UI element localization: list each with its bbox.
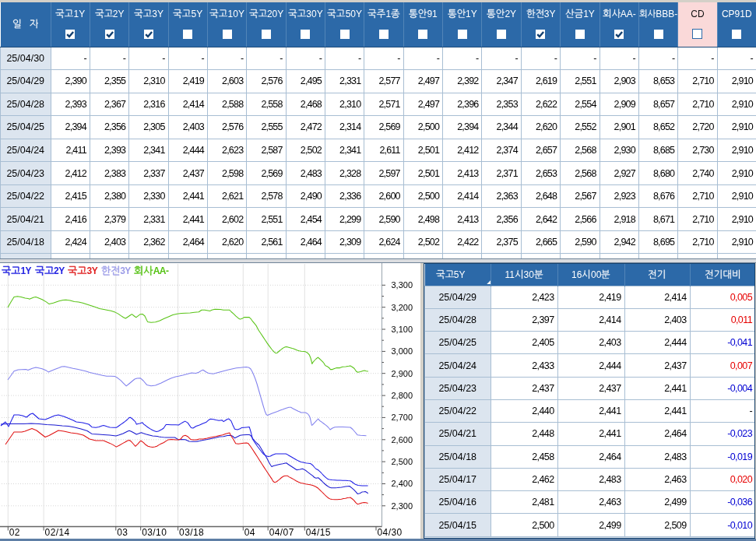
svg-text:3,300: 3,300 (391, 280, 413, 290)
svg-text:03/10: 03/10 (142, 527, 167, 538)
svg-text:2,800: 2,800 (391, 391, 413, 400)
svg-text:2,900: 2,900 (391, 369, 413, 378)
svg-text:2,400: 2,400 (391, 479, 413, 488)
svg-text:3,200: 3,200 (391, 303, 413, 312)
svg-text:02/14: 02/14 (45, 527, 70, 538)
svg-text:04/15: 04/15 (306, 527, 331, 538)
svg-text:03: 03 (117, 527, 128, 538)
svg-text:2,300: 2,300 (391, 501, 413, 511)
svg-text:03/18: 03/18 (179, 527, 204, 538)
svg-text:3,000: 3,000 (391, 346, 413, 356)
svg-text:04/30: 04/30 (378, 527, 403, 538)
svg-text:2,700: 2,700 (391, 413, 413, 422)
svg-text:04: 04 (244, 527, 255, 538)
svg-text:2,600: 2,600 (391, 435, 413, 444)
svg-text:04/07: 04/07 (269, 527, 294, 538)
svg-text:2,500: 2,500 (391, 457, 413, 466)
svg-text:02: 02 (9, 527, 20, 538)
svg-text:3,100: 3,100 (391, 325, 413, 334)
